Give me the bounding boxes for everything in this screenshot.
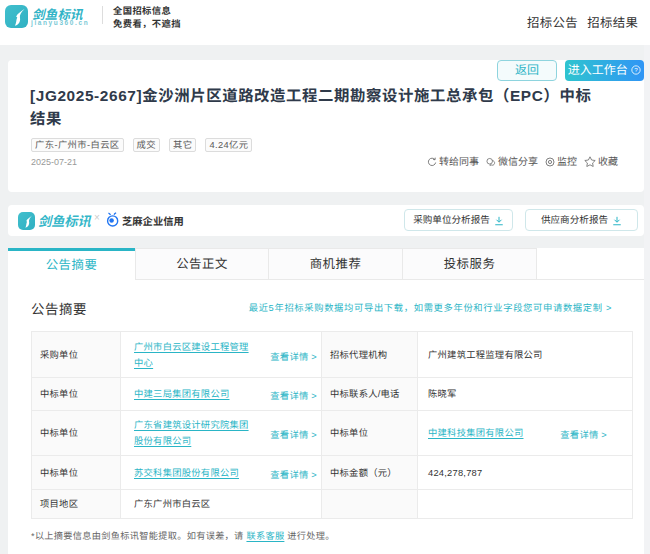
svg-text:?: ? [634, 66, 638, 73]
